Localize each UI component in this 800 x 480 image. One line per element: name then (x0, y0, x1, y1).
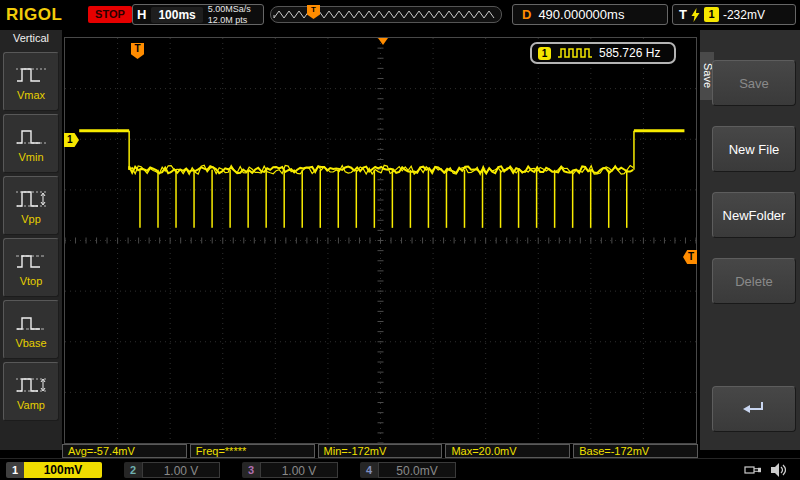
memory-position-bar[interactable]: T (270, 6, 502, 23)
run-state-badge[interactable]: STOP (88, 6, 132, 23)
measurement-results-bar: Avg=-57.4mV Freq=***** Min=-172mV Max=20… (62, 444, 698, 458)
channel-3-number: 3 (242, 462, 260, 478)
trigger-level-value: -232mV (723, 8, 765, 22)
new-file-button[interactable]: New File (712, 126, 796, 172)
channel-1-scale: 100mV (24, 462, 102, 478)
trigger-source-channel: 1 (704, 7, 719, 22)
rigol-logo: RIGOL (6, 5, 62, 25)
vtop-icon (14, 249, 48, 273)
channel-2-scale: 1.00 V (142, 462, 220, 478)
pulse-train-icon (557, 47, 593, 59)
trigger-position-triangle-icon[interactable] (378, 38, 388, 45)
trigger-label: T (679, 7, 687, 22)
channel-2-number: 2 (124, 462, 142, 478)
measure-menu-title: Vertical (0, 30, 62, 49)
freq-counter-value: 585.726 Hz (599, 46, 660, 60)
vmax-icon (14, 63, 48, 87)
back-button[interactable] (712, 386, 796, 432)
measurement-avg: Avg=-57.4mV (62, 444, 187, 458)
vpp-label: Vpp (21, 213, 41, 225)
vbase-icon (14, 311, 48, 335)
delay-value: 490.000000ms (538, 7, 624, 22)
vmax-button[interactable]: Vmax (3, 52, 59, 111)
vpp-button[interactable]: Vpp (3, 176, 59, 235)
vmin-label: Vmin (18, 151, 43, 163)
channel-4-status[interactable]: 4 50.0mV (360, 462, 456, 478)
channel-status-bar: 1 100mV 2 1.00 V 3 1.00 V 4 50.0mV (0, 458, 800, 480)
measurement-base: Base=-172mV (573, 444, 698, 458)
vbase-button[interactable]: Vbase (3, 300, 59, 359)
speaker-icon[interactable] (770, 462, 786, 478)
sample-rate: 5.00MSa/s (208, 4, 251, 14)
vamp-button[interactable]: Vamp (3, 362, 59, 421)
delete-button[interactable]: Delete (712, 258, 796, 304)
waveform-plot (65, 38, 696, 443)
acquisition-rates: 5.00MSa/s 12.0M pts (208, 4, 251, 25)
return-arrow-icon (741, 399, 767, 419)
channel-3-scale: 1.00 V (260, 462, 338, 478)
frequency-counter-badge: 1 585.726 Hz (530, 42, 676, 64)
channel-1-status[interactable]: 1 100mV (6, 462, 102, 478)
vamp-label: Vamp (17, 399, 45, 411)
vmin-button[interactable]: Vmin (3, 114, 59, 173)
vbase-label: Vbase (15, 337, 46, 349)
timebase-value: 100ms (151, 7, 202, 23)
usb-icon (744, 463, 762, 477)
vamp-icon (14, 373, 48, 397)
save-menu: Save Save New File NewFolder Delete (700, 30, 800, 450)
memory-depth: 12.0M pts (208, 15, 251, 25)
new-folder-button[interactable]: NewFolder (712, 192, 796, 238)
vpp-icon (14, 187, 48, 211)
memory-waveform-preview (271, 7, 501, 22)
channel-4-number: 4 (360, 462, 378, 478)
measurement-freq: Freq=***** (190, 444, 315, 458)
save-button[interactable]: Save (712, 60, 796, 106)
vtop-button[interactable]: Vtop (3, 238, 59, 297)
measurement-max: Max=20.0mV (445, 444, 570, 458)
channel-3-status[interactable]: 3 1.00 V (242, 462, 338, 478)
top-status-bar: RIGOL STOP H 100ms 5.00MSa/s 12.0M pts T… (0, 0, 800, 30)
vmax-label: Vmax (17, 89, 45, 101)
horizontal-label: H (137, 7, 146, 22)
channel-1-number: 1 (6, 462, 24, 478)
channel-4-scale: 50.0mV (378, 462, 456, 478)
freq-counter-channel: 1 (538, 47, 551, 60)
graticule (64, 37, 697, 444)
channel-2-status[interactable]: 2 1.00 V (124, 462, 220, 478)
delay-box[interactable]: D 490.000000ms (512, 4, 668, 25)
trigger-box[interactable]: T 1 -232mV (672, 4, 796, 25)
horizontal-settings-box[interactable]: H 100ms 5.00MSa/s 12.0M pts (132, 4, 264, 25)
waveform-display: T 1 T 1 585.726 Hz (62, 30, 700, 444)
measurement-min: Min=-172mV (318, 444, 443, 458)
delay-label: D (522, 7, 531, 22)
vmin-icon (14, 125, 48, 149)
vtop-label: Vtop (20, 275, 43, 287)
trigger-edge-icon (691, 8, 700, 22)
measure-menu: Vertical Vmax Vmin Vpp Vtop (0, 30, 62, 450)
